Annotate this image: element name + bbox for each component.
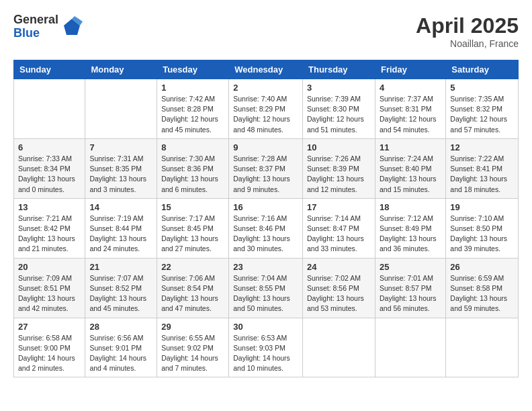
day-info: Sunrise: 6:56 AMSunset: 9:01 PMDaylight:… xyxy=(89,333,152,374)
weekday-header-cell: Saturday xyxy=(446,60,519,79)
page-header: General Blue April 2025 Noaillan, France xyxy=(13,13,519,49)
calendar-cell: 2Sunrise: 7:40 AMSunset: 8:29 PMDaylight… xyxy=(229,79,303,139)
weekday-header-cell: Monday xyxy=(85,60,157,79)
day-info: Sunrise: 7:39 AMSunset: 8:30 PMDaylight:… xyxy=(307,94,371,135)
calendar-body: 1Sunrise: 7:42 AMSunset: 8:28 PMDaylight… xyxy=(14,79,519,377)
day-number: 25 xyxy=(380,262,441,272)
day-info: Sunrise: 7:14 AMSunset: 8:47 PMDaylight:… xyxy=(307,214,371,255)
calendar-cell xyxy=(303,318,375,377)
day-number: 18 xyxy=(380,202,441,212)
day-info: Sunrise: 7:01 AMSunset: 8:57 PMDaylight:… xyxy=(380,273,441,314)
day-number: 5 xyxy=(450,83,514,93)
calendar-cell: 21Sunrise: 7:07 AMSunset: 8:52 PMDayligh… xyxy=(85,258,157,318)
day-info: Sunrise: 7:30 AMSunset: 8:36 PMDaylight:… xyxy=(161,154,224,195)
day-number: 28 xyxy=(89,322,152,332)
weekday-header-cell: Wednesday xyxy=(229,60,303,79)
day-number: 1 xyxy=(161,83,224,93)
day-number: 8 xyxy=(161,142,224,152)
day-info: Sunrise: 7:40 AMSunset: 8:29 PMDaylight:… xyxy=(233,94,298,135)
day-info: Sunrise: 7:37 AMSunset: 8:31 PMDaylight:… xyxy=(380,94,441,135)
calendar-cell: 26Sunrise: 6:59 AMSunset: 8:58 PMDayligh… xyxy=(446,258,519,318)
calendar-cell: 22Sunrise: 7:06 AMSunset: 8:54 PMDayligh… xyxy=(157,258,229,318)
calendar-cell: 30Sunrise: 6:53 AMSunset: 9:03 PMDayligh… xyxy=(229,318,303,377)
day-number: 27 xyxy=(18,322,81,332)
day-number: 17 xyxy=(307,202,371,212)
day-number: 30 xyxy=(233,322,298,332)
day-info: Sunrise: 7:02 AMSunset: 8:56 PMDaylight:… xyxy=(307,273,371,314)
day-number: 10 xyxy=(307,142,371,152)
day-number: 23 xyxy=(233,262,298,272)
calendar-cell: 9Sunrise: 7:28 AMSunset: 8:37 PMDaylight… xyxy=(229,138,303,198)
calendar-table: SundayMondayTuesdayWednesdayThursdayFrid… xyxy=(13,60,519,377)
calendar-cell: 25Sunrise: 7:01 AMSunset: 8:57 PMDayligh… xyxy=(375,258,445,318)
day-number: 6 xyxy=(18,142,81,152)
calendar-cell: 8Sunrise: 7:30 AMSunset: 8:36 PMDaylight… xyxy=(157,138,229,198)
calendar-cell: 14Sunrise: 7:19 AMSunset: 8:44 PMDayligh… xyxy=(85,198,157,258)
calendar-cell: 19Sunrise: 7:10 AMSunset: 8:50 PMDayligh… xyxy=(446,198,519,258)
day-number: 19 xyxy=(450,202,514,212)
calendar-cell: 17Sunrise: 7:14 AMSunset: 8:47 PMDayligh… xyxy=(303,198,375,258)
calendar-week-row: 1Sunrise: 7:42 AMSunset: 8:28 PMDaylight… xyxy=(14,79,519,139)
day-number: 14 xyxy=(89,202,152,212)
day-info: Sunrise: 7:31 AMSunset: 8:35 PMDaylight:… xyxy=(89,154,152,195)
day-number: 22 xyxy=(161,262,224,272)
calendar-cell: 15Sunrise: 7:17 AMSunset: 8:45 PMDayligh… xyxy=(157,198,229,258)
day-info: Sunrise: 7:35 AMSunset: 8:32 PMDaylight:… xyxy=(450,94,514,135)
logo-icon xyxy=(61,16,83,38)
calendar-cell: 3Sunrise: 7:39 AMSunset: 8:30 PMDaylight… xyxy=(303,79,375,139)
calendar-cell: 20Sunrise: 7:09 AMSunset: 8:51 PMDayligh… xyxy=(14,258,85,318)
day-info: Sunrise: 7:21 AMSunset: 8:42 PMDaylight:… xyxy=(18,214,81,255)
calendar-cell: 24Sunrise: 7:02 AMSunset: 8:56 PMDayligh… xyxy=(303,258,375,318)
calendar-week-row: 6Sunrise: 7:33 AMSunset: 8:34 PMDaylight… xyxy=(14,138,519,198)
day-number: 3 xyxy=(307,83,371,93)
calendar-cell: 1Sunrise: 7:42 AMSunset: 8:28 PMDaylight… xyxy=(157,79,229,139)
day-info: Sunrise: 7:33 AMSunset: 8:34 PMDaylight:… xyxy=(18,154,81,195)
day-info: Sunrise: 7:09 AMSunset: 8:51 PMDaylight:… xyxy=(18,273,81,314)
day-number: 11 xyxy=(380,142,441,152)
calendar-cell xyxy=(85,79,157,139)
day-info: Sunrise: 6:53 AMSunset: 9:03 PMDaylight:… xyxy=(233,333,298,374)
weekday-header-cell: Friday xyxy=(375,60,445,79)
title-block: April 2025 Noaillan, France xyxy=(416,13,519,49)
day-info: Sunrise: 7:42 AMSunset: 8:28 PMDaylight:… xyxy=(161,94,224,135)
day-info: Sunrise: 7:16 AMSunset: 8:46 PMDaylight:… xyxy=(233,214,298,255)
day-number: 4 xyxy=(380,83,441,93)
calendar-cell: 4Sunrise: 7:37 AMSunset: 8:31 PMDaylight… xyxy=(375,79,445,139)
weekday-header-cell: Sunday xyxy=(14,60,85,79)
calendar-week-row: 20Sunrise: 7:09 AMSunset: 8:51 PMDayligh… xyxy=(14,258,519,318)
calendar-cell: 23Sunrise: 7:04 AMSunset: 8:55 PMDayligh… xyxy=(229,258,303,318)
calendar-cell: 6Sunrise: 7:33 AMSunset: 8:34 PMDaylight… xyxy=(14,138,85,198)
calendar-week-row: 13Sunrise: 7:21 AMSunset: 8:42 PMDayligh… xyxy=(14,198,519,258)
day-info: Sunrise: 6:58 AMSunset: 9:00 PMDaylight:… xyxy=(18,333,81,374)
day-number: 20 xyxy=(18,262,81,272)
weekday-header-cell: Thursday xyxy=(303,60,375,79)
day-number: 12 xyxy=(450,142,514,152)
day-number: 15 xyxy=(161,202,224,212)
calendar-cell: 27Sunrise: 6:58 AMSunset: 9:00 PMDayligh… xyxy=(14,318,85,377)
calendar-week-row: 27Sunrise: 6:58 AMSunset: 9:00 PMDayligh… xyxy=(14,318,519,377)
day-info: Sunrise: 7:07 AMSunset: 8:52 PMDaylight:… xyxy=(89,273,152,314)
calendar-cell: 5Sunrise: 7:35 AMSunset: 8:32 PMDaylight… xyxy=(446,79,519,139)
day-number: 16 xyxy=(233,202,298,212)
day-info: Sunrise: 6:59 AMSunset: 8:58 PMDaylight:… xyxy=(450,273,514,314)
day-info: Sunrise: 7:19 AMSunset: 8:44 PMDaylight:… xyxy=(89,214,152,255)
day-number: 2 xyxy=(233,83,298,93)
weekday-header-cell: Tuesday xyxy=(157,60,229,79)
day-info: Sunrise: 7:17 AMSunset: 8:45 PMDaylight:… xyxy=(161,214,224,255)
calendar-cell: 7Sunrise: 7:31 AMSunset: 8:35 PMDaylight… xyxy=(85,138,157,198)
day-info: Sunrise: 7:10 AMSunset: 8:50 PMDaylight:… xyxy=(450,214,514,255)
calendar-cell xyxy=(14,79,85,139)
calendar-cell: 13Sunrise: 7:21 AMSunset: 8:42 PMDayligh… xyxy=(14,198,85,258)
calendar-cell: 11Sunrise: 7:24 AMSunset: 8:40 PMDayligh… xyxy=(375,138,445,198)
day-number: 13 xyxy=(18,202,81,212)
day-info: Sunrise: 7:22 AMSunset: 8:41 PMDaylight:… xyxy=(450,154,514,195)
logo-general-text: General xyxy=(13,13,58,27)
day-number: 26 xyxy=(450,262,514,272)
calendar-cell xyxy=(446,318,519,377)
calendar-cell: 28Sunrise: 6:56 AMSunset: 9:01 PMDayligh… xyxy=(85,318,157,377)
calendar-cell: 16Sunrise: 7:16 AMSunset: 8:46 PMDayligh… xyxy=(229,198,303,258)
day-info: Sunrise: 6:55 AMSunset: 9:02 PMDaylight:… xyxy=(161,333,224,374)
day-info: Sunrise: 7:06 AMSunset: 8:54 PMDaylight:… xyxy=(161,273,224,314)
day-number: 9 xyxy=(233,142,298,152)
day-info: Sunrise: 7:24 AMSunset: 8:40 PMDaylight:… xyxy=(380,154,441,195)
